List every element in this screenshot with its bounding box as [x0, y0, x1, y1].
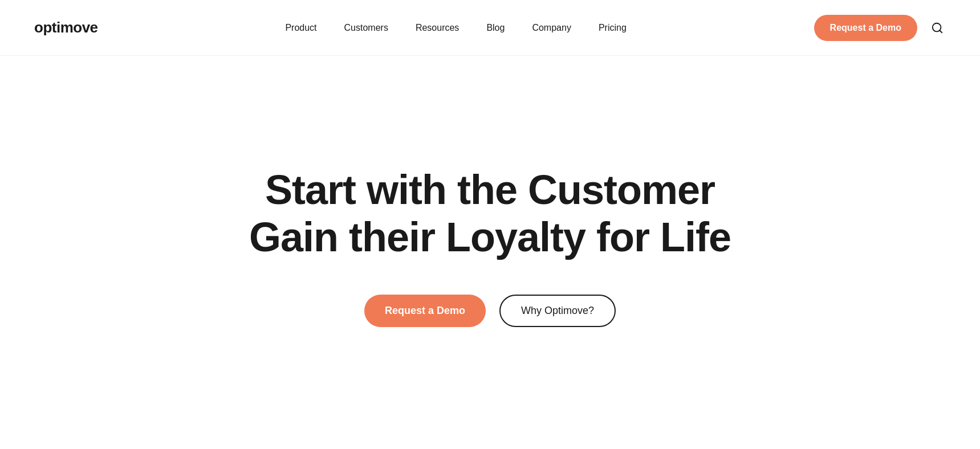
nav-item-customers[interactable]: Customers [344, 23, 388, 32]
nav-item-product[interactable]: Product [285, 23, 316, 32]
nav-request-demo-button[interactable]: Request a Demo [814, 15, 917, 41]
nav-links: Product Customers Resources Blog Company… [285, 23, 626, 33]
hero-buttons: Request a Demo Why Optimove? [364, 295, 616, 327]
navbar: optimove Product Customers Resources Blo… [0, 0, 980, 56]
nav-item-pricing[interactable]: Pricing [599, 23, 627, 32]
hero-headline: Start with the Customer Gain their Loyal… [249, 166, 731, 261]
hero-why-optimove-button[interactable]: Why Optimove? [499, 295, 616, 327]
hero-section: Start with the Customer Gain their Loyal… [0, 56, 980, 449]
nav-item-resources[interactable]: Resources [416, 23, 459, 32]
svg-line-1 [940, 30, 942, 32]
search-button[interactable] [929, 19, 946, 36]
logo[interactable]: optimove [34, 19, 98, 36]
search-icon [931, 22, 944, 34]
nav-item-company[interactable]: Company [532, 23, 571, 32]
nav-right: Request a Demo [814, 15, 946, 41]
nav-item-blog[interactable]: Blog [486, 23, 505, 32]
hero-request-demo-button[interactable]: Request a Demo [364, 295, 486, 327]
hero-headline-line2: Gain their Loyalty for Life [249, 214, 731, 260]
hero-headline-line1: Start with the Customer [265, 167, 715, 213]
